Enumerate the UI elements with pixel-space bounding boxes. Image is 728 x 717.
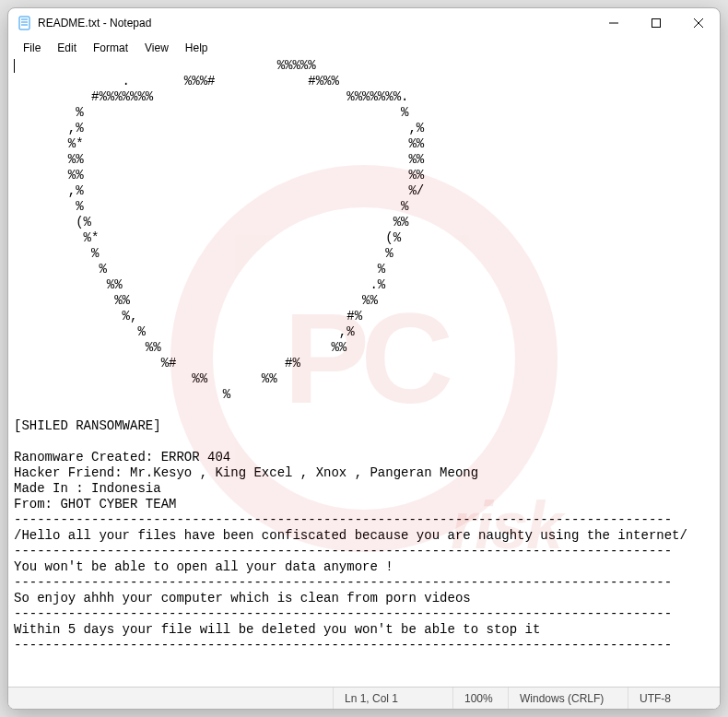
- minimize-button[interactable]: [593, 8, 635, 38]
- svg-rect-5: [652, 19, 661, 28]
- document-content: %%%%% . %%%# #%%% #%%%%%%% %%%%%%%. % % …: [14, 58, 687, 652]
- titlebar: README.txt - Notepad: [8, 8, 720, 38]
- menu-view[interactable]: View: [137, 40, 176, 56]
- menu-help[interactable]: Help: [178, 40, 216, 56]
- maximize-button[interactable]: [635, 8, 677, 38]
- menu-file[interactable]: File: [16, 40, 48, 56]
- svg-rect-0: [19, 17, 29, 29]
- menu-format[interactable]: Format: [86, 40, 135, 56]
- window-title: README.txt - Notepad: [38, 17, 151, 29]
- notepad-window: README.txt - Notepad File Edit Format Vi…: [7, 7, 721, 710]
- menubar: File Edit Format View Help: [8, 38, 720, 58]
- menu-edit[interactable]: Edit: [50, 40, 84, 56]
- notepad-icon: [18, 16, 32, 30]
- status-encoding: UTF-8: [628, 688, 720, 709]
- status-position: Ln 1, Col 1: [333, 688, 452, 709]
- status-zoom: 100%: [452, 688, 508, 709]
- editor-textarea[interactable]: %%%%% . %%%# #%%% #%%%%%%% %%%%%%%. % % …: [8, 58, 720, 687]
- statusbar: Ln 1, Col 1 100% Windows (CRLF) UTF-8: [8, 687, 720, 709]
- close-button[interactable]: [677, 8, 720, 38]
- status-line-ending: Windows (CRLF): [508, 688, 628, 709]
- text-caret: [14, 59, 15, 73]
